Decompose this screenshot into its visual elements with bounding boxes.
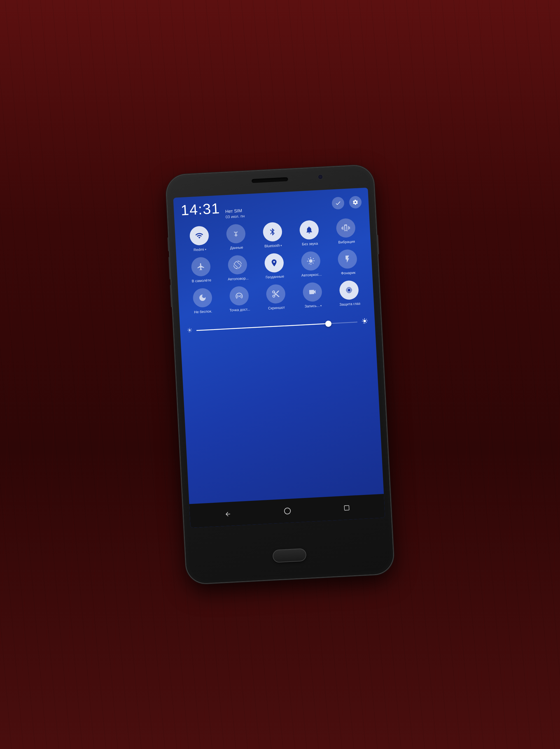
vibration-toggle-icon [336, 218, 356, 238]
location-icon [270, 259, 279, 268]
speaker-top [252, 177, 288, 183]
sound-label: Без звука [302, 241, 318, 246]
location-label: Геоданные [265, 274, 284, 279]
front-camera [318, 174, 323, 179]
sun-large-icon [362, 318, 368, 324]
data-toggle-icon [226, 224, 246, 244]
screen: 14:31 Нет SIM 03 июл. пн [173, 188, 385, 528]
eyeprotect-label: Защита глаз [339, 301, 360, 306]
eye-protect-icon [345, 286, 354, 295]
back-icon [224, 510, 231, 517]
brightness-thumb[interactable] [325, 320, 332, 327]
settings-status-icon[interactable] [349, 196, 362, 209]
qs-row-1: Redmi ▾ Данные [180, 217, 365, 252]
brightness-max-icon [362, 318, 368, 326]
svg-point-0 [348, 288, 351, 292]
wifi-icon [195, 231, 203, 240]
navigation-bar [189, 494, 385, 528]
dnd-toggle-icon [192, 288, 212, 307]
rotate-icon [233, 260, 242, 269]
check-icon [335, 200, 341, 207]
hotspot-icon [235, 291, 243, 300]
qs-row-3: Не беспок. Точка дост... [184, 280, 368, 315]
qs-autobright[interactable]: Автояркос... [295, 251, 327, 278]
qs-flashlight[interactable]: Фонарик [331, 249, 364, 276]
qs-vibration[interactable]: Вибрация [330, 218, 362, 245]
brightness-auto-icon [306, 257, 315, 265]
airplane-toggle-icon [191, 257, 211, 276]
back-button[interactable] [224, 510, 231, 517]
flashlight-toggle-icon [338, 249, 357, 269]
qs-hotspot[interactable]: Точка дост... [223, 285, 255, 313]
status-icons [331, 194, 362, 210]
screenshot-toggle-icon [266, 284, 286, 304]
screenrecord-toggle-icon [302, 282, 322, 302]
managed-icon [331, 197, 344, 210]
qs-airplane[interactable]: В самолёте [185, 256, 217, 283]
screenshot-label: Скриншот [268, 305, 285, 311]
gear-icon [352, 199, 359, 206]
wifi-label: Redmi ▾ [193, 247, 206, 252]
qs-screenrecord[interactable]: Запись... ▾ [297, 281, 329, 309]
volume-up-button[interactable] [168, 237, 170, 251]
home-button-nav[interactable] [284, 507, 291, 515]
moon-icon [198, 293, 207, 302]
airplane-icon [196, 262, 205, 271]
bluetooth-toggle-icon [263, 222, 282, 242]
brightness-track[interactable] [196, 322, 357, 331]
qs-eyeprotect[interactable]: Защита глаз [333, 280, 365, 307]
record-icon [308, 288, 317, 297]
svg-rect-2 [344, 505, 349, 510]
power-button[interactable] [376, 235, 379, 254]
qs-location[interactable]: Геоданные [258, 253, 290, 280]
quick-settings-panel: Redmi ▾ Данные [174, 214, 374, 323]
bluetooth-label: Bluetooth ▾ [264, 243, 282, 248]
scissors-icon [271, 290, 280, 298]
recents-button[interactable] [344, 505, 350, 511]
flashlight-label: Фонарик [341, 270, 355, 275]
qs-screenshot[interactable]: Скриншот [260, 283, 292, 311]
qs-data[interactable]: Данные [220, 223, 252, 251]
qs-dnd[interactable]: Не беспок. [187, 287, 219, 315]
dnd-label: Не беспок. [194, 309, 213, 314]
qs-wifi[interactable]: Redmi ▾ [184, 225, 216, 252]
phone-wrapper: 14:31 Нет SIM 03 июл. пн [166, 165, 394, 584]
vibration-label: Вибрация [338, 239, 355, 244]
sound-toggle-icon [299, 220, 319, 240]
volume-down-button[interactable] [168, 257, 171, 279]
autorotate-toggle-icon [228, 255, 247, 275]
brightness-fill [196, 323, 328, 331]
physical-home-button[interactable] [273, 548, 307, 563]
qs-autorotate[interactable]: Автоповор... [221, 254, 254, 281]
eyeprotect-toggle-icon [339, 280, 359, 300]
autorotate-label: Автоповор... [228, 276, 249, 281]
hotspot-toggle-icon [229, 286, 249, 306]
data-icon [231, 229, 240, 238]
bluetooth-icon [268, 228, 277, 236]
brightness-min-icon [187, 328, 192, 335]
svg-point-1 [284, 508, 290, 514]
silent-switch[interactable] [170, 285, 173, 307]
phone-body: 14:31 Нет SIM 03 июл. пн [166, 165, 394, 584]
airplane-label: В самолёте [192, 278, 211, 283]
data-label: Данные [230, 245, 243, 250]
wifi-toggle-icon [189, 226, 209, 245]
qs-sound[interactable]: Без звука [294, 220, 326, 247]
bell-icon [305, 226, 314, 234]
qs-row-2: В самолёте Автоповор... [182, 249, 367, 283]
qs-bluetooth[interactable]: Bluetooth ▾ [257, 221, 289, 249]
time-display: 14:31 [180, 201, 220, 217]
location-toggle-icon [264, 253, 284, 273]
sim-info: Нет SIM 03 июл. пн [225, 208, 245, 219]
autobright-label: Автояркос... [301, 272, 322, 278]
sun-small-icon [187, 328, 192, 333]
screenrecord-label: Запись... ▾ [304, 303, 322, 308]
home-icon [284, 507, 291, 515]
recents-icon [344, 505, 350, 511]
hotspot-label: Точка дост... [229, 307, 250, 312]
flashlight-icon [343, 255, 352, 263]
autobright-toggle-icon [301, 251, 321, 271]
vibrate-icon [342, 223, 350, 233]
